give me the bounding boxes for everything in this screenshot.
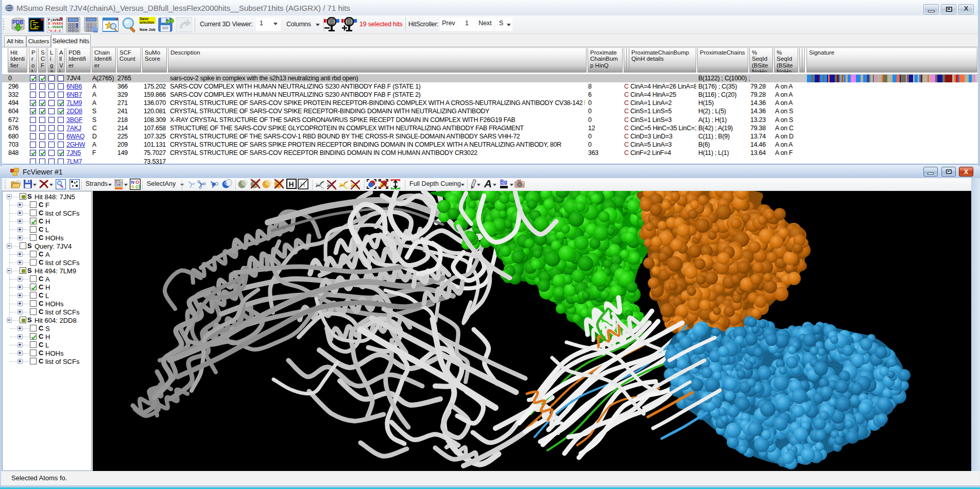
svg-text:S: S bbox=[131, 184, 134, 189]
svg-text:Bg: Bg bbox=[500, 179, 507, 185]
svg-text:H: H bbox=[289, 180, 294, 188]
svg-text:Cl: Cl bbox=[135, 184, 140, 189]
svg-text:selection: selection bbox=[140, 21, 154, 24]
svg-text:New Job: New Job bbox=[140, 27, 156, 32]
svg-text:N: N bbox=[131, 180, 135, 185]
svg-text:*#:#:#: *#:#:# bbox=[48, 29, 61, 32]
svg-text:O: O bbox=[135, 180, 139, 185]
